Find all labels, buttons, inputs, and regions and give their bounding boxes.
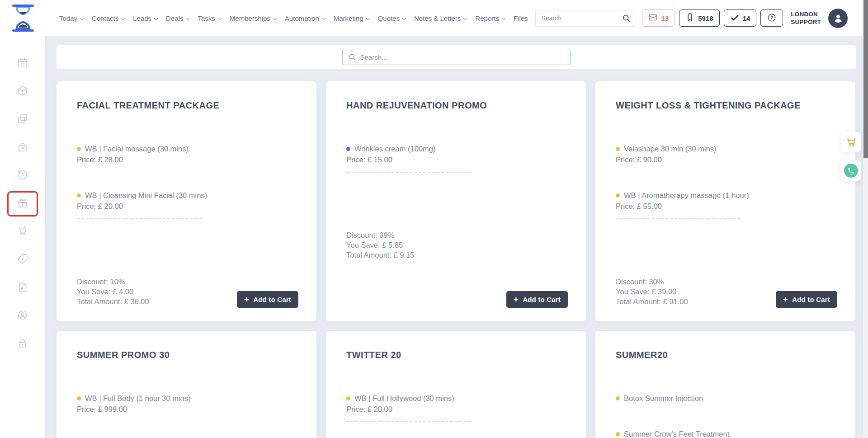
item-bullet-yellow [616,396,620,400]
package-item: Wrinkles cream (100mg)Price: £ 15.00 [346,144,568,165]
package-card-hand-rejuvenation-promo: HAND REJUVENATION PROMOWrinkles cream (1… [326,81,586,321]
chevron-down-icon [185,14,190,22]
nav-item-quotes[interactable]: Quotes [378,14,406,22]
sidebar-item-package[interactable] [7,79,38,104]
global-search-input[interactable] [536,14,617,22]
nav-item-tasks[interactable]: Tasks [198,14,222,22]
nav-item-deals[interactable]: Deals [166,14,190,22]
package-title: WEIGHT LOSS & TIGHTENING PACKAGE [616,99,837,111]
floating-cart-button[interactable] [841,132,861,152]
you-save-line: You Save: £ 5.85 [346,240,568,250]
floating-call-button[interactable] [841,160,861,181]
sidebar-item-gift[interactable] [7,191,38,217]
user-avatar[interactable] [828,9,848,28]
tasks-count: 14 [743,14,750,22]
item-bullet-blue [346,147,350,151]
add-to-cart-label: Add to Cart [253,296,291,303]
item-price: Price: £ 28.00 [77,155,298,165]
sidebar-item-history[interactable] [7,163,38,188]
scrollbar-thumb[interactable] [863,0,868,158]
package-card-summer20: SUMMER20Botox Summer InjectionSummer Cro… [595,331,855,438]
nav-item-label: Notes & Letters [414,14,461,22]
item-bullet-yellow [616,147,620,151]
nav-item-marketing[interactable]: Marketing [334,14,370,22]
item-name: WB | Cleansing Mini Facial (30 mins) [85,190,207,200]
svg-text:?: ? [770,15,773,20]
item-name: Velashape 30 min (30 mins) [624,144,717,154]
dashed-divider [616,218,741,219]
report-icon [17,281,28,295]
package-items: Botox Summer InjectionSummer Crow's Feet… [616,393,837,438]
item-name: WB | Aromatherapy massage (1 hour) [624,190,749,200]
help-icon: ? [767,13,777,24]
nav-item-label: Memberships [230,14,270,22]
chevron-down-icon [463,14,467,22]
chevron-down-icon [366,14,370,22]
package-card-summer-promo-30: SUMMER PROMO 30WB | Full Body (1 hour 30… [57,331,316,438]
app-logo-icon[interactable] [11,4,35,32]
help-badge[interactable]: ? [760,9,783,27]
nav-item-label: Today [59,14,77,22]
package-title: FACIAL TREATMENT PACKAGE [77,99,298,111]
package-title: HAND REJUVENATION PROMO [346,99,568,111]
search-icon[interactable] [617,10,636,26]
packages-grid: FACIAL TREATMENT PACKAGEWB | Facial mass… [57,81,856,438]
svg-text:$: $ [22,257,24,261]
global-search [535,10,636,27]
package-items: WB | Full Hollywood (30 mins)Price: £ 20… [346,393,568,414]
mail-badge[interactable]: 13 [642,9,675,27]
sidebar-item-lock[interactable] [7,331,38,357]
sidebar-item-tag[interactable]: $ [7,247,38,273]
add-to-cart-button[interactable]: +Add to Cart [237,291,298,308]
package-card-facial-treatment-package: FACIAL TREATMENT PACKAGEWB | Facial mass… [57,81,316,321]
sidebar-item-cart[interactable] [7,219,38,245]
nav-item-today[interactable]: Today [59,14,84,22]
nav-item-label: Automation [285,14,319,22]
add-to-cart-button[interactable]: +Add to Cart [776,291,837,308]
search-icon [348,53,356,61]
phone-call-icon [844,164,858,178]
bag-icon [17,141,28,155]
nav-item-leads[interactable]: Leads [133,14,158,22]
package-item: WB | Cleansing Mini Facial (30 mins)Pric… [77,190,298,211]
chevron-down-icon [121,14,125,22]
nav-item-label: Leads [133,14,151,22]
content-header-bar [57,45,856,69]
sidebar-item-copy[interactable] [7,107,38,132]
add-to-cart-button[interactable]: +Add to Cart [506,291,568,308]
package-item: Summer Crow's Feet Treatment [616,429,837,438]
package-search-input[interactable] [360,53,565,61]
nav-item-reports[interactable]: Reports [475,14,506,22]
copy-icon [17,113,28,127]
phone-badge[interactable]: 5918 [679,9,719,27]
package-totals: Discount: 39%You Save: £ 5.85Total Amoun… [346,230,568,260]
nav-item-contacts[interactable]: Contacts [92,14,125,22]
discount-line: Discount: 30% [616,277,837,287]
sidebar-item-account[interactable] [7,303,38,329]
item-price: Price: £ 20.00 [346,404,568,414]
sidebar-item-bag[interactable] [7,135,38,160]
package-card-weight-loss-tightening-package: WEIGHT LOSS & TIGHTENING PACKAGEVelashap… [595,81,855,321]
package-title: SUMMER20 [616,349,837,361]
item-bullet-yellow [77,193,81,198]
nav-item-label: Contacts [92,14,118,22]
cart-icon [845,137,857,148]
nav-item-automation[interactable]: Automation [285,14,326,22]
nav-item-notes-letters[interactable]: Notes & Letters [414,14,467,22]
cart-icon [17,225,28,239]
nav-item-files[interactable]: Files [514,14,528,22]
svg-text:12: 12 [21,62,24,66]
main-content: FACIAL TREATMENT PACKAGEWB | Facial mass… [45,36,863,438]
package-title: TWITTER 20 [346,349,568,361]
item-price: Price: £ 999.00 [77,404,298,414]
dashed-divider [346,421,471,422]
nav-item-memberships[interactable]: Memberships [230,14,277,22]
package-item: WB | Full Body (1 hour 30 mins)Price: £ … [77,393,298,414]
chevron-down-icon [217,14,222,22]
tasks-badge[interactable]: 14 [724,9,757,27]
main-nav: TodayContactsLeadsDealsTasksMembershipsA… [59,0,528,36]
sidebar-item-calendar[interactable]: 12 [7,51,38,76]
plus-icon: + [514,295,519,303]
sidebar-item-report[interactable] [7,275,38,301]
top-navbar: TodayContactsLeadsDealsTasksMembershipsA… [0,0,863,36]
